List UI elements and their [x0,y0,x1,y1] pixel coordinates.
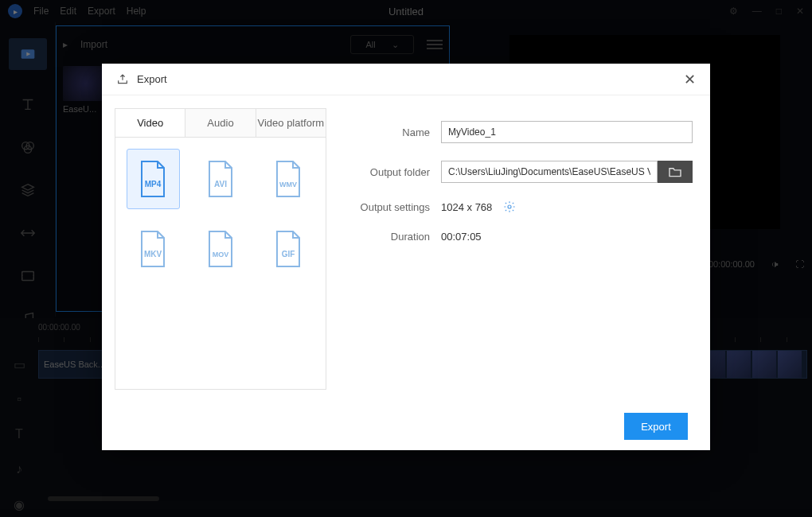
export-button[interactable]: Export [624,413,688,440]
dialog-title: Export [137,73,167,85]
svg-text:MOV: MOV [213,251,229,258]
format-wmv[interactable]: WMV [261,149,314,209]
folder-label: Output folder [350,166,430,178]
tab-video-platform[interactable]: Video platform [256,109,326,137]
settings-label: Output settings [350,201,430,213]
format-mov[interactable]: MOV [194,219,248,279]
export-header-icon [116,73,129,86]
format-gif[interactable]: GIF [261,219,314,279]
folder-input[interactable] [441,161,658,183]
tab-video[interactable]: Video [115,109,185,137]
resolution-value: 1024 x 768 [441,201,492,213]
tab-audio[interactable]: Audio [185,109,256,137]
name-input[interactable] [441,121,693,143]
svg-text:GIF: GIF [281,250,295,258]
format-mp4[interactable]: MP4 [127,149,180,209]
format-avi[interactable]: AVI [194,149,248,209]
gear-icon[interactable] [503,200,516,213]
svg-text:AVI: AVI [214,180,227,189]
export-tabs: Video Audio Video platform [115,108,326,137]
duration-value: 00:07:05 [441,231,482,243]
format-mkv[interactable]: MKV [127,219,180,279]
name-label: Name [350,126,430,138]
svg-text:MP4: MP4 [145,180,162,189]
svg-text:MKV: MKV [144,250,162,258]
browse-folder-button[interactable] [658,161,693,183]
svg-text:WMV: WMV [279,181,297,189]
svg-point-14 [508,205,511,208]
duration-label: Duration [350,231,430,243]
settings-pane: Name Output folder Output settings 1024 … [342,108,697,390]
format-grid: MP4 AVI WMV MKV MOV GIF [115,137,326,390]
close-icon[interactable]: ✕ [684,71,696,88]
export-dialog: Export ✕ Video Audio Video platform MP4 … [102,64,710,450]
